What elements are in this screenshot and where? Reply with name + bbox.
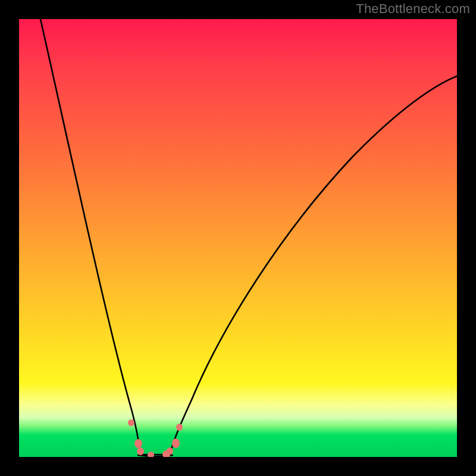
curve-marker xyxy=(128,419,134,426)
bottleneck-curve xyxy=(19,19,457,457)
curve-marker xyxy=(137,447,144,455)
outer-frame: TheBottleneck.com xyxy=(0,0,476,476)
plot-area xyxy=(19,19,457,457)
curve-marker xyxy=(134,439,142,448)
curve-marker xyxy=(148,452,154,457)
watermark-text: TheBottleneck.com xyxy=(356,1,470,17)
curve-marker xyxy=(172,439,180,448)
curve-marker xyxy=(167,447,173,455)
curve-marker xyxy=(176,424,183,431)
curve-path xyxy=(40,19,457,455)
